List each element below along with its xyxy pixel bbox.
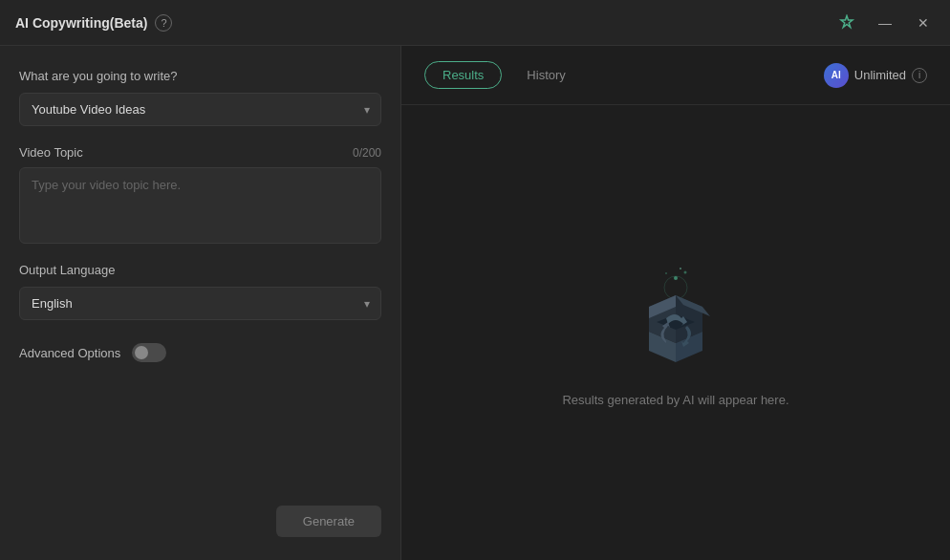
results-content: Results generated by AI will appear here… [401,105,950,560]
ai-avatar: AI [824,63,849,88]
advanced-options-toggle[interactable] [132,343,166,362]
svg-point-1 [674,276,678,280]
svg-point-3 [665,272,667,274]
left-panel: What are you going to write? Youtube Vid… [0,46,401,560]
title-bar-left: AI Copywriting(Beta) ? [15,14,172,32]
unlimited-label: Unlimited [854,68,906,82]
toggle-track [132,343,166,362]
app-title: AI Copywriting(Beta) [15,15,147,31]
advanced-options-label: Advanced Options [19,346,120,360]
generate-button[interactable]: Generate [276,506,381,537]
main-layout: What are you going to write? Youtube Vid… [0,46,950,560]
output-language-label: Output Language [19,263,381,277]
svg-point-4 [680,268,681,269]
toggle-thumb [135,346,148,359]
video-topic-header: Video Topic 0/200 [19,145,381,160]
content-type-wrapper: Youtube Video Ideas Blog Post Social Med… [19,93,381,126]
empty-state-illustration [614,259,738,374]
video-topic-input[interactable] [19,167,381,244]
what-label: What are you going to write? [19,69,381,83]
title-bar: AI Copywriting(Beta) ? — ✕ [0,0,950,46]
ai-badge: AI Unlimited i [824,63,927,88]
svg-point-2 [684,270,687,273]
language-select[interactable]: English Spanish French German Chinese Ja… [19,287,381,320]
content-type-select[interactable]: Youtube Video Ideas Blog Post Social Med… [19,93,381,126]
tab-results[interactable]: Results [424,61,502,89]
advanced-options-row: Advanced Options [19,343,381,362]
char-count: 0/200 [353,146,381,160]
right-header: Results History AI Unlimited i [401,46,950,105]
help-icon[interactable]: ? [155,14,172,32]
language-wrapper: English Spanish French German Chinese Ja… [19,287,381,320]
info-icon[interactable]: i [912,68,927,83]
tab-history[interactable]: History [509,62,582,88]
close-button[interactable]: ✕ [912,11,935,34]
results-placeholder-text: Results generated by AI will appear here… [562,393,788,407]
pin-button[interactable] [835,11,858,34]
right-panel: Results History AI Unlimited i [401,46,950,560]
minimize-button[interactable]: — [874,11,896,34]
window-controls: — ✕ [835,11,935,34]
video-topic-label: Video Topic [19,145,83,160]
